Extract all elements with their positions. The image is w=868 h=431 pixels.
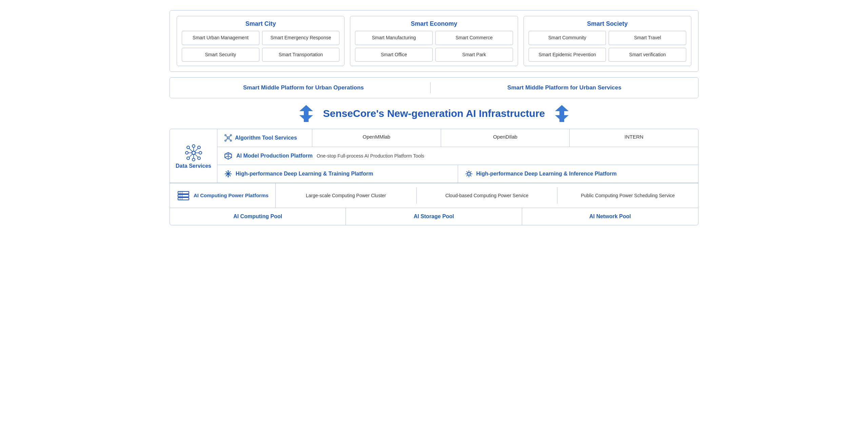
inference-icon: [465, 170, 473, 178]
main-title: SenseCore's New-generation AI Infrastruc…: [323, 108, 545, 119]
list-item: Smart Epidemic Prevention: [529, 48, 606, 62]
svg-point-7: [185, 151, 188, 154]
svg-point-8: [199, 151, 202, 154]
top-section: Smart City Smart Urban Management Smart …: [170, 10, 698, 72]
ai-computing-pool: AI Computing Pool: [170, 208, 346, 225]
arrow-section: SenseCore's New-generation AI Infrastruc…: [170, 105, 698, 122]
svg-point-4: [192, 151, 195, 155]
data-services-col: Data Services: [170, 129, 217, 183]
list-item: Smart Urban Management: [182, 31, 259, 45]
list-item: OpenDIlab: [441, 129, 570, 147]
right-arrow-icon: [555, 105, 569, 122]
list-item: Smart Commerce: [435, 31, 513, 45]
ai-computing-label: AI Computing Power Platforms: [194, 192, 269, 199]
dl-training-label: High-performance Deep Learning & Trainin…: [236, 171, 373, 177]
list-item: Smart Security: [182, 48, 259, 62]
svg-line-27: [229, 136, 231, 137]
svg-point-22: [225, 135, 226, 136]
dl-inference-label: High-performance Deep Learning & Inferen…: [476, 171, 617, 177]
list-item: Smart Office: [355, 48, 433, 62]
dl-training: High-performance Deep Learning & Trainin…: [217, 165, 458, 183]
svg-rect-54: [178, 198, 189, 200]
svg-rect-52: [178, 191, 189, 194]
data-services-icon: [183, 143, 204, 163]
svg-line-28: [226, 139, 228, 140]
list-item: Large-scale Computing Power Cluster: [276, 187, 417, 204]
svg-point-11: [198, 146, 200, 149]
svg-point-25: [230, 140, 232, 141]
svg-line-29: [229, 139, 231, 140]
svg-line-49: [470, 175, 471, 176]
data-services-label: Data Services: [176, 163, 211, 169]
svg-line-19: [195, 148, 198, 151]
list-item: Smart verification: [609, 48, 686, 62]
svg-line-48: [466, 171, 468, 173]
platform-services: Smart Middle Platform for Urban Services: [437, 82, 691, 93]
svg-line-26: [226, 136, 228, 137]
svg-marker-0: [299, 105, 313, 122]
svg-point-21: [227, 137, 229, 139]
smart-economy-items: Smart Manufacturing Smart Commerce Smart…: [355, 31, 513, 62]
algo-icon: [224, 134, 232, 142]
top-grid: Smart City Smart Urban Management Smart …: [177, 16, 691, 66]
list-item: Smart Manufacturing: [355, 31, 433, 45]
list-item: INTERN: [570, 129, 698, 147]
list-item: Smart Transportation: [262, 48, 340, 62]
list-item: Smart Park: [435, 48, 513, 62]
list-item: OpenMMlab: [312, 129, 441, 147]
smart-economy-title: Smart Economy: [355, 20, 513, 27]
svg-line-51: [466, 175, 468, 176]
stack-icon: [177, 189, 190, 202]
ai-computing-row: AI Computing Power Platforms Large-scale…: [170, 183, 698, 208]
snowflake-icon: [224, 170, 232, 178]
deep-learning-row: High-performance Deep Learning & Trainin…: [217, 165, 698, 183]
svg-line-17: [189, 148, 192, 151]
algo-tools-row: Algorithm Tool Services OpenMMlab OpenDI…: [217, 129, 698, 147]
svg-point-6: [192, 158, 195, 161]
pool-row: AI Computing Pool AI Storage Pool AI Net…: [170, 208, 698, 225]
svg-line-33: [225, 156, 228, 158]
smart-society-title: Smart Society: [529, 20, 686, 27]
svg-line-50: [470, 171, 471, 173]
ai-model-label: AI Model Production Platform: [236, 153, 313, 159]
svg-line-34: [228, 156, 232, 158]
svg-line-20: [189, 154, 192, 157]
svg-point-10: [198, 157, 200, 160]
svg-point-23: [230, 135, 232, 136]
middle-platform-section: Smart Middle Platform for Urban Operatio…: [170, 77, 698, 98]
list-item: Smart Community: [529, 31, 606, 45]
smart-society-items: Smart Community Smart Travel Smart Epide…: [529, 31, 686, 62]
smart-city-block: Smart City Smart Urban Management Smart …: [177, 16, 344, 66]
list-item: Cloud-based Computing Power Service: [417, 187, 558, 204]
platform-operations: Smart Middle Platform for Urban Operatio…: [177, 82, 431, 93]
svg-point-5: [192, 145, 195, 147]
algo-tools-main: Algorithm Tool Services: [217, 129, 312, 147]
list-item: Public Computing Power Scheduling Servic…: [557, 187, 698, 204]
smart-economy-block: Smart Economy Smart Manufacturing Smart …: [350, 16, 518, 66]
list-item: Smart Travel: [609, 31, 686, 45]
ai-network-pool: AI Network Pool: [522, 208, 698, 225]
computing-sub-items: Large-scale Computing Power Cluster Clou…: [276, 187, 698, 204]
ai-storage-pool: AI Storage Pool: [346, 208, 522, 225]
smart-city-title: Smart City: [182, 20, 339, 27]
svg-line-18: [195, 154, 198, 157]
left-arrow-icon: [299, 105, 313, 122]
list-item: Smart Emergency Response: [262, 31, 340, 45]
algo-content-col: Algorithm Tool Services OpenMMlab OpenDI…: [217, 129, 698, 183]
smart-society-block: Smart Society Smart Community Smart Trav…: [524, 16, 691, 66]
main-wrapper: Smart City Smart Urban Management Smart …: [170, 10, 698, 225]
svg-rect-53: [178, 194, 189, 197]
ai-model-desc: One-stop Full-process AI Production Plat…: [317, 153, 424, 159]
ai-model-row: AI Model Production Platform One-stop Fu…: [217, 147, 698, 165]
algo-sub-items: OpenMMlab OpenDIlab INTERN: [312, 129, 698, 147]
ai-computing-label-block: AI Computing Power Platforms: [170, 183, 276, 208]
data-algo-row: Data Services: [170, 129, 698, 183]
ai-infra-section: Data Services: [170, 129, 698, 225]
svg-point-9: [187, 146, 190, 149]
cube-icon: [224, 152, 232, 160]
dl-inference: High-performance Deep Learning & Inferen…: [458, 165, 698, 183]
algo-tools-label: Algorithm Tool Services: [235, 135, 297, 141]
svg-marker-2: [555, 105, 569, 122]
svg-point-12: [187, 157, 190, 160]
svg-point-24: [225, 140, 226, 141]
